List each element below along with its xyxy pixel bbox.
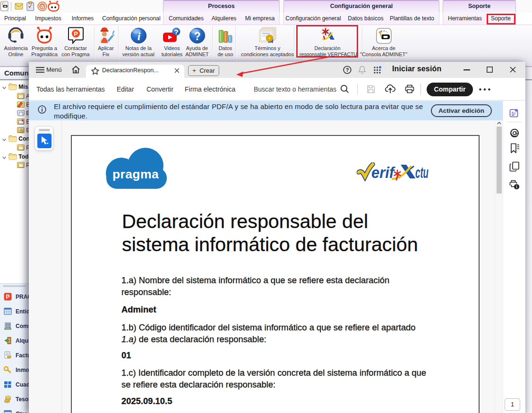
svg-text:?: ? bbox=[174, 28, 178, 36]
svg-text:P: P bbox=[6, 294, 9, 300]
svg-text:ctu: ctu bbox=[415, 164, 429, 181]
svg-text:i: i bbox=[137, 30, 140, 42]
svg-text:?: ? bbox=[194, 30, 200, 42]
svg-text:P: P bbox=[74, 31, 77, 37]
svg-text:pragma: pragma bbox=[112, 167, 159, 181]
svg-text:?: ? bbox=[346, 67, 349, 73]
